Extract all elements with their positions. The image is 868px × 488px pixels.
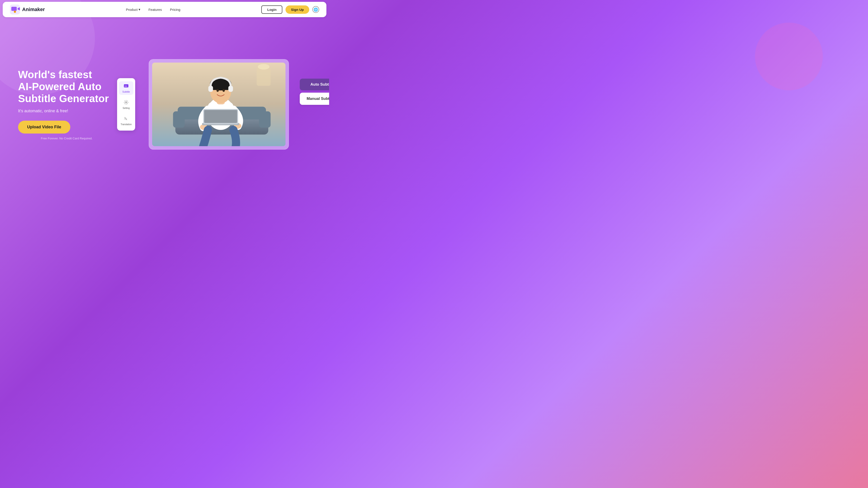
hero-right: CC Subtitle Setting 文 A xyxy=(127,59,311,150)
svg-point-4 xyxy=(14,11,16,12)
svg-text:A: A xyxy=(126,119,127,121)
translation-icon: 文 A xyxy=(124,116,129,122)
demo-frame xyxy=(149,59,289,150)
svg-text:CC: CC xyxy=(125,85,127,87)
svg-rect-11 xyxy=(256,67,271,86)
svg-rect-31 xyxy=(209,86,213,92)
signup-button[interactable]: Sign Up xyxy=(285,5,309,14)
svg-rect-16 xyxy=(259,111,271,128)
auto-subtitle-button[interactable]: Auto Subtitle xyxy=(300,78,329,90)
nav-features[interactable]: Features xyxy=(149,8,162,11)
sidebar-item-translation[interactable]: 文 A Translation xyxy=(119,114,133,127)
hero-disclaimer: Free Forever. No Credit Card Required. xyxy=(20,137,113,140)
nav-actions: Login Sign Up 🌐 xyxy=(261,5,319,14)
chevron-down-icon: ▾ xyxy=(138,7,141,11)
main-content: World's fastest AI-Powered Auto Subtitle… xyxy=(0,17,329,183)
svg-point-7 xyxy=(125,102,127,103)
sidebar-panel: CC Subtitle Setting 文 A xyxy=(117,78,135,131)
logo-text: Animaker xyxy=(22,6,45,12)
svg-point-12 xyxy=(258,64,270,70)
hero-title: World's fastest AI-Powered Auto Subtitle… xyxy=(18,69,113,105)
manual-subtitle-button[interactable]: Manual Subtitle ▶ xyxy=(300,93,329,105)
hero-subtitle: It's automatic, online & free! xyxy=(18,109,113,113)
logo-icon xyxy=(10,4,20,14)
svg-rect-28 xyxy=(210,83,231,90)
nav-pricing[interactable]: Pricing xyxy=(170,8,180,11)
svg-point-29 xyxy=(217,89,219,92)
demo-video-area xyxy=(152,63,285,146)
translation-label: Translation xyxy=(121,123,131,126)
globe-icon: 🌐 xyxy=(313,7,318,12)
logo[interactable]: Animaker xyxy=(10,4,45,14)
cc-icon: CC xyxy=(123,83,129,90)
login-button[interactable]: Login xyxy=(261,5,282,14)
svg-point-30 xyxy=(222,89,225,92)
navbar: Animaker Product ▾ Features Pricing Logi… xyxy=(3,2,327,17)
setting-label: Setting xyxy=(123,107,129,109)
hero-left: World's fastest AI-Powered Auto Subtitle… xyxy=(18,69,113,140)
svg-rect-1 xyxy=(11,7,17,11)
setting-icon xyxy=(124,100,129,106)
subtitle-label: Subtitle xyxy=(122,91,130,93)
language-selector[interactable]: 🌐 xyxy=(312,6,319,13)
svg-rect-24 xyxy=(204,110,237,123)
sidebar-item-setting[interactable]: Setting xyxy=(119,98,133,111)
video-illustration xyxy=(152,63,285,146)
svg-rect-32 xyxy=(228,86,233,92)
nav-product[interactable]: Product ▾ xyxy=(126,7,141,11)
upload-button[interactable]: Upload Video File xyxy=(18,121,70,133)
subtitle-popup: Auto Subtitle Manual Subtitle ▶ xyxy=(300,78,329,105)
nav-links: Product ▾ Features Pricing xyxy=(126,7,180,11)
svg-rect-15 xyxy=(173,111,184,128)
sidebar-item-subtitle[interactable]: CC Subtitle xyxy=(119,81,133,95)
